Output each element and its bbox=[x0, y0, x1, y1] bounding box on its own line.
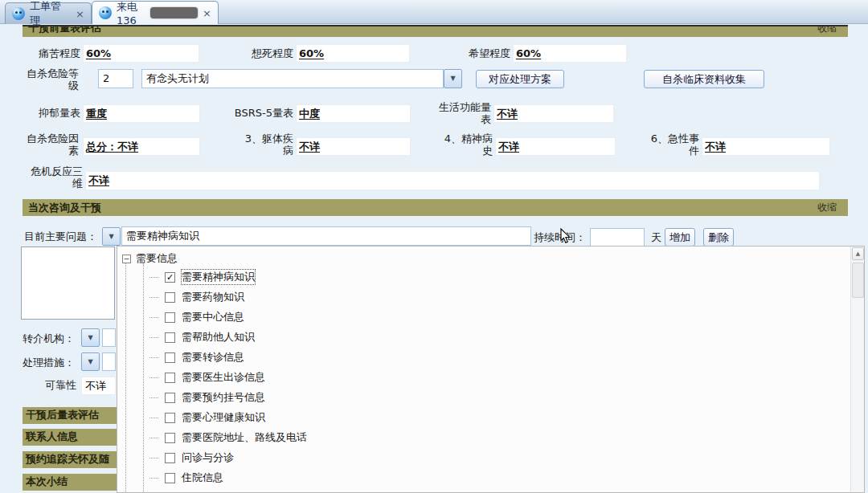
death-wish-label: 想死程度 bbox=[237, 47, 293, 59]
section-header-collapsed[interactable]: 干预后量表评估 bbox=[23, 407, 117, 424]
psychiatric-history-value: 不详 bbox=[495, 137, 616, 156]
checkbox-checked-icon[interactable]: ✓ bbox=[165, 272, 175, 283]
tab-incoming-call[interactable]: 来电136 × bbox=[92, 1, 219, 24]
add-button[interactable]: 增加 bbox=[665, 228, 695, 246]
mouse-cursor bbox=[560, 228, 571, 244]
chevron-down-icon[interactable] bbox=[81, 328, 100, 347]
tree-item[interactable]: 需要医院地址、路线及电话 bbox=[149, 431, 307, 444]
main-problem-label: 目前主要问题： bbox=[24, 230, 97, 242]
tree-item-label[interactable]: 需要中心信息 bbox=[182, 310, 244, 324]
section-header-collapsed[interactable]: 预约追踪关怀及随 bbox=[23, 451, 117, 468]
checkbox-icon[interactable] bbox=[165, 473, 175, 483]
tree-scrollbar[interactable]: ▲ bbox=[850, 246, 864, 492]
tree-item-label[interactable]: 住院信息 bbox=[182, 471, 223, 485]
chevron-down-icon[interactable] bbox=[102, 227, 121, 246]
crisis-response-label: 危机反应三维 bbox=[30, 165, 83, 189]
tab-label: 工单管理 bbox=[30, 0, 71, 28]
chevron-down-icon[interactable] bbox=[444, 69, 462, 88]
tree-item-label[interactable]: 问诊与分诊 bbox=[182, 450, 234, 465]
collapse-minus-icon[interactable]: − bbox=[122, 255, 131, 263]
psychiatric-history-label: 4、精神病史 bbox=[436, 132, 493, 157]
tree-item-label[interactable]: 需要医生出诊信息 bbox=[182, 370, 265, 385]
tree-item[interactable]: 问诊与分诊 bbox=[149, 451, 234, 464]
tree-item-label[interactable]: 需要转诊信息 bbox=[182, 350, 244, 365]
need-info-tree-panel: − 需要信息 ✓需要精神病知识需要药物知识需要中心信息需帮助他人知识需要转诊信息… bbox=[117, 246, 865, 493]
duration-input[interactable] bbox=[590, 228, 645, 246]
app-icon bbox=[99, 6, 112, 19]
delete-button[interactable]: 删除 bbox=[703, 228, 734, 246]
acute-event-value: 不详 bbox=[702, 137, 830, 156]
tree-item[interactable]: 需帮助他人知识 bbox=[149, 331, 255, 344]
measures-label: 处理措施： bbox=[23, 357, 75, 369]
checkbox-icon[interactable] bbox=[165, 292, 175, 303]
pain-level-value: 60% bbox=[83, 44, 199, 63]
tree-connector bbox=[149, 357, 158, 358]
section-header-collapsed[interactable]: 联系人信息 bbox=[23, 429, 117, 446]
life-function-scale-label: 生活功能量表 bbox=[438, 101, 491, 125]
referral-agency-input[interactable] bbox=[102, 328, 116, 347]
collapse-link[interactable]: 收缩 bbox=[817, 199, 837, 216]
close-icon[interactable]: × bbox=[203, 7, 211, 19]
tree-item-label[interactable]: 需要预约挂号信息 bbox=[182, 390, 265, 405]
tab-work-order[interactable]: 工单管理 × bbox=[5, 2, 92, 24]
problem-notes-textarea[interactable] bbox=[21, 246, 115, 320]
tree-item-label[interactable]: 需要心理健康知识 bbox=[182, 410, 265, 425]
collapse-link[interactable]: 收缩 bbox=[817, 26, 837, 35]
checkbox-icon[interactable] bbox=[165, 393, 175, 403]
tree-guide-line bbox=[125, 261, 126, 493]
tree-item-label[interactable]: 需帮助他人知识 bbox=[182, 330, 255, 344]
scrollbar-thumb[interactable] bbox=[852, 263, 864, 298]
depression-scale-label: 抑郁量表 bbox=[24, 107, 80, 119]
tab-bar: 工单管理 × 来电136 × bbox=[0, 0, 868, 24]
life-function-scale-value: 不详 bbox=[493, 104, 614, 123]
tree-item[interactable]: 需要医生出诊信息 bbox=[149, 371, 265, 384]
section-title: 干预前量表评估 bbox=[28, 26, 101, 35]
measures-input[interactable] bbox=[102, 352, 116, 371]
tree-connector bbox=[149, 297, 158, 298]
tree-item-label[interactable]: 需要药物知识 bbox=[182, 290, 244, 304]
reliability-label: 可靠性 bbox=[45, 379, 76, 391]
scroll-up-icon[interactable]: ▲ bbox=[852, 247, 864, 260]
death-wish-value: 60% bbox=[296, 44, 410, 63]
acute-event-label: 6、急性事件 bbox=[643, 132, 699, 157]
section-header-collapsed[interactable]: 本次小结 bbox=[23, 474, 117, 491]
checkbox-icon[interactable] bbox=[165, 413, 175, 423]
pain-level-label: 痛苦程度 bbox=[24, 47, 80, 59]
tree-item-label[interactable]: 需要医院地址、路线及电话 bbox=[182, 430, 307, 445]
tree-item-label[interactable]: 需要精神病知识 bbox=[182, 270, 255, 284]
checkbox-icon[interactable] bbox=[165, 312, 175, 323]
hope-level-label: 希望程度 bbox=[454, 47, 510, 59]
tree-item[interactable]: 需要预约挂号信息 bbox=[149, 391, 265, 404]
crisis-response-value: 不详 bbox=[85, 171, 820, 190]
referral-agency-label: 转介机构： bbox=[23, 332, 75, 344]
close-icon[interactable]: × bbox=[76, 8, 84, 20]
checkbox-icon[interactable] bbox=[165, 453, 175, 463]
tree-item[interactable]: 需要药物知识 bbox=[149, 291, 244, 304]
risk-factor-value: 总分：不详 bbox=[83, 137, 200, 156]
main-problem-input[interactable]: 需要精神病知识 bbox=[121, 226, 531, 246]
tree-connector bbox=[149, 418, 158, 418]
tree-connector bbox=[149, 337, 158, 338]
tree-connector bbox=[149, 377, 158, 378]
treatment-plan-button[interactable]: 对应处理方案 bbox=[476, 70, 564, 88]
checkbox-icon[interactable] bbox=[165, 433, 175, 443]
tree-item[interactable]: 需要心理健康知识 bbox=[149, 411, 265, 424]
tree-item[interactable]: 需要中心信息 bbox=[149, 311, 244, 324]
tree-item[interactable]: ✓需要精神病知识 bbox=[149, 271, 255, 283]
section-header-pre-intervention: 干预前量表评估 收缩 bbox=[23, 26, 848, 37]
checkbox-icon[interactable] bbox=[165, 373, 175, 383]
checkbox-icon[interactable] bbox=[165, 352, 175, 363]
risk-level-label: 自杀危险等级 bbox=[24, 67, 79, 92]
risk-factor-label: 自杀危险因素 bbox=[24, 132, 79, 157]
tree-root-node[interactable]: − 需要信息 bbox=[122, 251, 178, 266]
tree-item[interactable]: 住院信息 bbox=[149, 471, 223, 484]
checkbox-icon[interactable] bbox=[165, 332, 175, 343]
clinical-data-button[interactable]: 自杀临床资料收集 bbox=[644, 70, 764, 88]
risk-level-desc-combobox[interactable]: 有念头无计划 bbox=[141, 69, 444, 88]
tree-connector bbox=[149, 317, 158, 318]
chevron-down-icon[interactable] bbox=[81, 352, 100, 371]
tree-item[interactable]: 需要转诊信息 bbox=[149, 351, 244, 364]
physical-illness-label: 3、躯体疾病 bbox=[237, 132, 293, 157]
physical-illness-value: 不详 bbox=[296, 137, 411, 156]
risk-level-input[interactable]: 2 bbox=[98, 69, 133, 88]
